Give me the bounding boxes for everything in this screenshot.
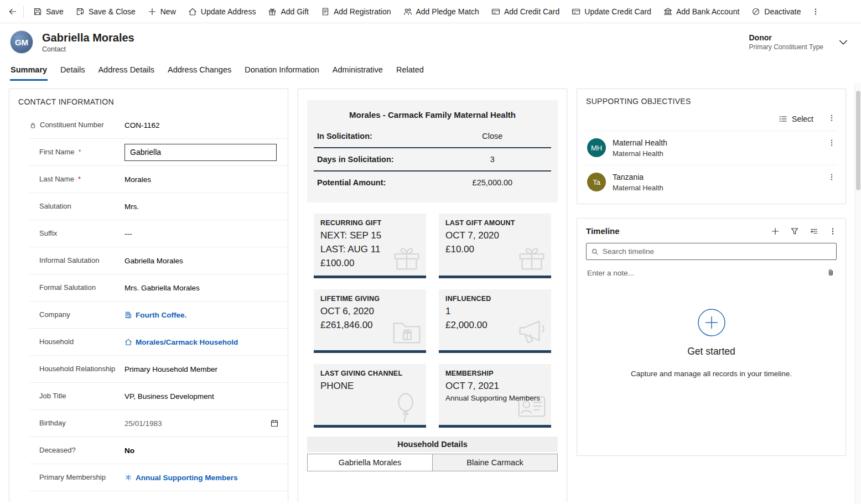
command-label: New bbox=[160, 7, 176, 16]
people-icon bbox=[403, 7, 412, 16]
field-value-deceased[interactable]: No bbox=[125, 446, 279, 455]
command-label: Update Address bbox=[201, 7, 256, 16]
field-value-job-title[interactable]: VP, Business Development bbox=[125, 392, 279, 401]
save-button[interactable]: Save bbox=[27, 0, 70, 23]
contact-photo[interactable]: GM bbox=[10, 30, 33, 54]
more-icon bbox=[828, 113, 836, 122]
add-gift-button[interactable]: Add Gift bbox=[262, 0, 315, 23]
timeline-expand-button[interactable] bbox=[810, 227, 818, 236]
main-content: CONTACT INFORMATION Constituent Number C… bbox=[0, 81, 861, 502]
attach-file-button[interactable] bbox=[827, 268, 836, 277]
timeline-caption: Capture and manage all records in your t… bbox=[631, 370, 792, 378]
more-icon bbox=[812, 7, 819, 16]
household-member-tab[interactable]: Gabriella Morales bbox=[307, 454, 433, 471]
tab-donation-information[interactable]: Donation Information bbox=[244, 62, 320, 81]
solicitation-row: Days in Solicitation: 3 bbox=[314, 148, 551, 172]
field-value-birthday[interactable]: 25/01/1983 bbox=[125, 419, 162, 428]
solicitation-value: 3 bbox=[437, 155, 548, 164]
timeline-add-button[interactable] bbox=[771, 227, 780, 236]
timeline-more-button[interactable] bbox=[829, 227, 837, 236]
field-row: Birthday 25/01/1983 bbox=[29, 410, 288, 437]
search-timeline-input[interactable] bbox=[603, 247, 832, 256]
balloon-icon bbox=[390, 389, 424, 424]
save-icon bbox=[33, 7, 42, 16]
field-label: Constituent Number bbox=[29, 121, 125, 129]
add-pledge-match-button[interactable]: Add Pledge Match bbox=[397, 0, 485, 23]
membership-icon bbox=[125, 474, 132, 481]
scrollbar-thumb[interactable] bbox=[856, 91, 860, 190]
first-name-input[interactable] bbox=[125, 144, 277, 161]
objective-list-item[interactable]: Ta Tanzania Maternal Health bbox=[586, 165, 837, 199]
update-address-button[interactable]: Update Address bbox=[182, 0, 262, 23]
command-label: Add Credit Card bbox=[504, 7, 559, 16]
save-and-close-button[interactable]: Save & Close bbox=[70, 0, 142, 23]
command-label: Add Bank Account bbox=[676, 7, 739, 16]
paperclip-icon bbox=[827, 268, 836, 277]
field-label: Informal Salutation bbox=[29, 256, 125, 265]
get-started-plus-icon[interactable] bbox=[697, 308, 726, 337]
tab-summary[interactable]: Summary bbox=[10, 62, 48, 81]
record-type-value: Donor bbox=[749, 33, 823, 42]
deactivate-button[interactable]: Deactivate bbox=[745, 0, 807, 23]
item-more-button[interactable] bbox=[828, 173, 836, 183]
field-label: Suffix bbox=[29, 229, 125, 238]
expand-records-icon bbox=[810, 227, 818, 236]
command-label: Update Credit Card bbox=[584, 7, 651, 16]
timeline-filter-button[interactable] bbox=[790, 227, 799, 236]
household-link[interactable]: Morales/Carmack Household bbox=[125, 338, 238, 346]
household-member-tab[interactable]: Blaine Carmack bbox=[433, 454, 558, 471]
item-more-button[interactable] bbox=[828, 138, 836, 149]
tab-address-changes[interactable]: Address Changes bbox=[167, 62, 232, 81]
lock-icon bbox=[29, 122, 37, 129]
add-bank-account-button[interactable]: Add Bank Account bbox=[657, 0, 745, 23]
tab-administrative[interactable]: Administrative bbox=[332, 62, 383, 81]
tab-address-details[interactable]: Address Details bbox=[97, 62, 155, 81]
field-row: Deceased? No bbox=[29, 437, 288, 464]
household-details-section: Household Details Gabriella Morales Blai… bbox=[307, 437, 558, 471]
tab-related[interactable]: Related bbox=[396, 62, 424, 81]
primary-membership-link[interactable]: Annual Supporting Members bbox=[125, 474, 238, 482]
new-button[interactable]: New bbox=[142, 0, 182, 23]
more-commands-button[interactable] bbox=[807, 0, 824, 23]
add-credit-card-button[interactable]: Add Credit Card bbox=[485, 0, 566, 23]
vertical-scrollbar[interactable] bbox=[854, 83, 861, 504]
contact-information-card: CONTACT INFORMATION Constituent Number C… bbox=[9, 89, 288, 502]
timeline-empty-state: Get started Capture and manage all recor… bbox=[586, 308, 837, 378]
right-column: SUPPORTING OBJECTIVES Select MH Maternal… bbox=[577, 89, 846, 456]
field-row: Informal Salutation Gabriella Morales bbox=[29, 247, 288, 274]
plus-icon bbox=[148, 7, 157, 16]
filter-icon bbox=[790, 227, 799, 236]
field-value-informal-salutation[interactable]: Gabriella Morales bbox=[125, 257, 279, 265]
solicitation-row: In Solicitation: Close bbox=[314, 125, 551, 148]
tile-lifetime-giving: LIFETIME GIVING OCT 6, 2020 £261,846.00 bbox=[314, 289, 426, 353]
chevron-down-icon[interactable] bbox=[838, 37, 849, 48]
field-value-formal-salutation[interactable]: Mrs. Gabriella Morales bbox=[125, 284, 279, 292]
back-button[interactable] bbox=[3, 2, 22, 21]
date-picker-button[interactable] bbox=[270, 419, 279, 428]
field-value-salutation[interactable]: Mrs. bbox=[125, 202, 279, 211]
more-icon bbox=[828, 173, 836, 181]
field-label: Deceased? bbox=[29, 446, 125, 455]
update-credit-card-button[interactable]: Update Credit Card bbox=[566, 0, 657, 23]
deactivate-icon bbox=[751, 7, 760, 16]
field-value-suffix[interactable]: --- bbox=[125, 230, 279, 238]
header-field-constituent-type[interactable]: Donor Primary Constituent Type bbox=[749, 33, 823, 51]
field-label: Primary Membership bbox=[29, 473, 125, 482]
avatar: MH bbox=[587, 138, 606, 157]
tile-last-gift-amount: LAST GIFT AMOUNT OCT 7, 2020 £10.00 bbox=[439, 214, 551, 278]
field-row: Salutation Mrs. bbox=[29, 193, 288, 220]
field-label: Salutation bbox=[29, 202, 125, 211]
field-row: Suffix --- bbox=[29, 220, 288, 247]
objective-list-item[interactable]: MH Maternal Health Maternal Health bbox=[586, 131, 837, 165]
tab-details[interactable]: Details bbox=[60, 62, 85, 81]
note-input-placeholder[interactable]: Enter a note... bbox=[587, 269, 634, 277]
field-value-household-relationship[interactable]: Primary Household Member bbox=[125, 365, 279, 373]
field-value-last-name[interactable]: Morales bbox=[125, 175, 279, 184]
field-label: Household bbox=[29, 337, 125, 346]
credit-card-icon bbox=[572, 7, 580, 16]
add-registration-button[interactable]: Add Registration bbox=[315, 0, 397, 23]
section-title: SUPPORTING OBJECTIVES bbox=[586, 97, 837, 106]
select-button[interactable]: Select bbox=[779, 115, 813, 123]
company-link[interactable]: Fourth Coffee. bbox=[125, 311, 186, 319]
objectives-more-button[interactable] bbox=[828, 113, 836, 124]
